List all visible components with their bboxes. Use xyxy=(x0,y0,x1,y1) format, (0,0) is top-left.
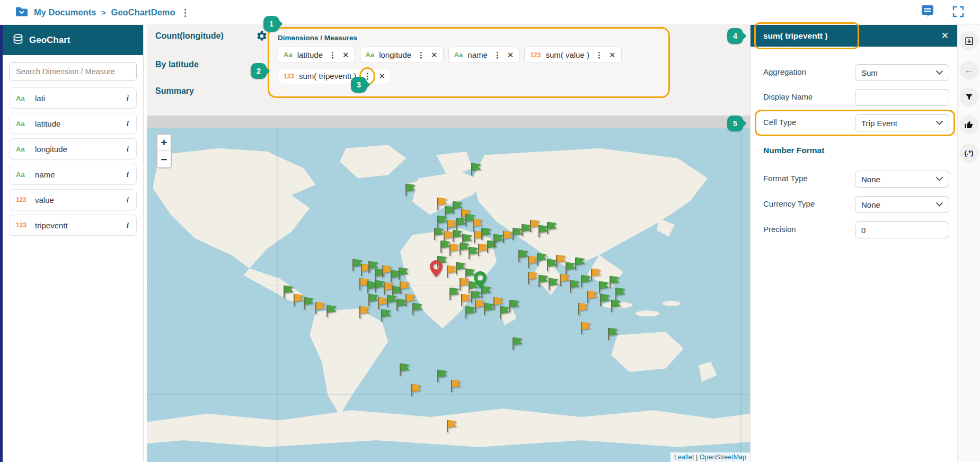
breadcrumb-root[interactable]: My Documents xyxy=(34,7,96,17)
flag-marker[interactable] xyxy=(325,304,338,320)
save-button[interactable] xyxy=(959,31,978,50)
chip-close-icon[interactable]: ✕ xyxy=(342,50,349,60)
chip-sum-value[interactable]: 123 sum( value ) ⋮ ✕ xyxy=(524,47,621,63)
flag-marker[interactable] xyxy=(464,305,476,321)
chip-close-icon[interactable]: ✕ xyxy=(609,50,616,60)
flag-marker[interactable] xyxy=(445,419,458,435)
field-longitude[interactable]: Aa longitude i xyxy=(9,138,137,159)
gear-icon[interactable] xyxy=(256,30,268,44)
flag-marker[interactable] xyxy=(411,302,423,318)
breadcrumb-current[interactable]: GeoChartDemo xyxy=(111,7,175,17)
fullscreen-icon[interactable] xyxy=(952,6,964,20)
flag-marker[interactable] xyxy=(398,362,411,378)
chip-longitude[interactable]: Aa longitude ⋮ ✕ xyxy=(360,47,444,63)
field-name[interactable]: Aa name i xyxy=(9,164,137,185)
flag-marker[interactable] xyxy=(314,301,326,317)
text-type-icon: Aa xyxy=(284,51,293,59)
flag-marker[interactable] xyxy=(410,383,422,399)
chip-kebab-icon[interactable]: ⋮ xyxy=(594,50,604,60)
cell-type-select[interactable]: Trip Event xyxy=(855,114,949,131)
flag-marker[interactable] xyxy=(614,287,626,303)
info-icon[interactable]: i xyxy=(127,119,130,128)
osm-link[interactable]: OpenStreetMap xyxy=(700,454,746,461)
folder-icon[interactable] xyxy=(15,6,29,20)
chip-close-icon[interactable]: ✕ xyxy=(431,50,438,60)
info-icon[interactable]: i xyxy=(127,196,130,205)
dimensions-measures-panel: Dimensions / Measures Aa latitude ⋮ ✕ Aa… xyxy=(268,27,670,98)
number-type-icon: 123 xyxy=(530,51,541,59)
chip-name[interactable]: Aa name ⋮ ✕ xyxy=(448,47,520,63)
field-latitude[interactable]: Aa latitude i xyxy=(9,113,137,134)
flag-marker[interactable] xyxy=(379,308,392,324)
annotation-badge-4: 4 xyxy=(727,28,743,44)
leaflet-link[interactable]: Leaflet xyxy=(674,454,694,461)
close-icon[interactable]: ✕ xyxy=(941,30,949,41)
aggregation-row: Aggregation Sum xyxy=(751,64,957,81)
display-name-input[interactable] xyxy=(861,93,943,102)
datasource-title: GeoChart xyxy=(29,35,70,46)
precision-field[interactable] xyxy=(855,221,949,238)
back-button[interactable]: ← xyxy=(959,61,978,80)
flag-marker[interactable] xyxy=(511,336,524,352)
regex-button[interactable]: (.*) xyxy=(959,144,978,163)
chip-row-2: 123 sum( tripeventt ) ⋮ ✕ xyxy=(278,68,660,84)
chip-kebab-icon[interactable]: ⋮ xyxy=(492,50,502,60)
zoom-out-button[interactable]: − xyxy=(157,151,171,167)
properties-header: sum( tripeventt ) ✕ xyxy=(751,25,957,47)
precision-input[interactable] xyxy=(861,226,943,235)
info-icon[interactable]: i xyxy=(127,221,130,230)
number-type-icon: 123 xyxy=(284,73,294,80)
currency-type-row: Currency Type None xyxy=(751,196,957,213)
flag-marker[interactable] xyxy=(449,379,462,395)
field-search[interactable] xyxy=(9,62,137,81)
filter-button[interactable] xyxy=(959,87,978,106)
flag-marker[interactable] xyxy=(404,183,417,199)
format-type-select[interactable]: None xyxy=(855,171,949,188)
flag-marker[interactable] xyxy=(470,162,482,178)
field-tripeventt[interactable]: 123 tripeventt i xyxy=(9,215,137,236)
flag-marker[interactable] xyxy=(568,279,581,295)
chip-close-icon[interactable]: ✕ xyxy=(378,72,385,81)
map-top-band xyxy=(147,116,750,128)
flag-marker[interactable] xyxy=(598,293,611,309)
display-name-field[interactable] xyxy=(855,89,949,106)
search-input[interactable] xyxy=(10,63,136,81)
flag-marker[interactable] xyxy=(508,299,520,315)
aggregation-select[interactable]: Sum xyxy=(855,64,949,81)
currency-type-select[interactable]: None xyxy=(855,196,949,213)
geo-map[interactable]: + − Leaflet | OpenStreetMap xyxy=(147,116,750,462)
chip-kebab-icon[interactable]: ⋮ xyxy=(328,50,338,60)
right-tool-rail: ← (.*) xyxy=(957,25,980,462)
field-list: Aa lati i Aa latitude i Aa longitude i A… xyxy=(3,87,143,236)
red-pin-marker[interactable] xyxy=(429,260,443,280)
flag-marker[interactable] xyxy=(606,327,619,343)
flag-marker[interactable] xyxy=(436,369,448,385)
comment-icon[interactable] xyxy=(921,5,934,20)
zoom-in-button[interactable]: + xyxy=(157,135,171,151)
measure-summary-label: Count(longitude) xyxy=(155,31,224,41)
green-pin-marker[interactable] xyxy=(473,271,487,291)
flag-marker[interactable] xyxy=(573,256,586,272)
breadcrumb-kebab-icon[interactable]: ⋮ xyxy=(181,7,190,19)
chip-kebab-icon[interactable]: ⋮ xyxy=(416,50,426,60)
flag-marker[interactable] xyxy=(302,296,315,312)
chip-sum-tripeventt[interactable]: 123 sum( tripeventt ) ⋮ ✕ xyxy=(278,68,391,84)
info-icon[interactable]: i xyxy=(127,170,130,179)
flag-marker[interactable] xyxy=(579,321,592,337)
chip-latitude[interactable]: Aa latitude ⋮ ✕ xyxy=(278,47,355,63)
flag-marker[interactable] xyxy=(448,287,461,303)
map-zoom-control: + − xyxy=(156,134,172,168)
chevron-down-icon xyxy=(936,202,943,207)
interaction-button[interactable] xyxy=(959,116,978,135)
info-icon[interactable]: i xyxy=(127,145,130,154)
info-icon[interactable]: i xyxy=(127,94,130,103)
field-lati[interactable]: Aa lati i xyxy=(9,87,137,109)
flag-marker[interactable] xyxy=(358,305,370,321)
field-value[interactable]: 123 value i xyxy=(9,189,137,210)
format-type-row: Format Type None xyxy=(751,171,957,188)
measure-properties-panel: sum( tripeventt ) ✕ Aggregation Sum Disp… xyxy=(750,25,957,462)
flag-marker[interactable] xyxy=(577,302,589,318)
thumb-icon xyxy=(964,120,974,130)
chip-close-icon[interactable]: ✕ xyxy=(507,50,514,60)
flag-marker[interactable] xyxy=(545,221,558,237)
